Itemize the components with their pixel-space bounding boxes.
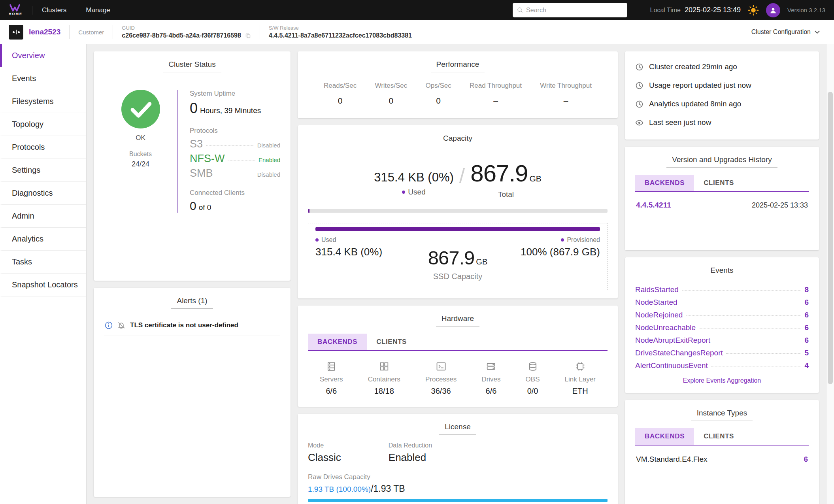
event-name-link[interactable]: DriveStateChangesReport: [635, 349, 723, 357]
sidebar-item-settings[interactable]: Settings: [0, 159, 86, 182]
event-name-link[interactable]: NodeRejoined: [635, 311, 683, 319]
versions-title: Version and Upgrades History: [666, 155, 777, 168]
topbar: HOME Clusters Manage Local Time 2025-02-…: [0, 0, 834, 20]
metric-reads-sec: Reads/Sec 0: [324, 82, 357, 106]
dotted-leader: [686, 315, 801, 316]
tab-backends[interactable]: BACKENDS: [635, 428, 694, 445]
version-number-link[interactable]: 4.4.5.4211: [636, 201, 671, 210]
event-name-link[interactable]: NodeAbruptExitReport: [635, 336, 710, 345]
event-row: NodeAbruptExitReport 6: [635, 336, 809, 345]
cluster-configuration-button[interactable]: Cluster Configuration: [746, 25, 825, 40]
sidebar-item-analytics[interactable]: Analytics: [0, 228, 86, 251]
alerts-title: Alerts (1): [171, 296, 213, 309]
instance-types-card: Instance Types BACKENDS CLIENTS VM.Stand…: [625, 400, 819, 504]
capacity-used-value: 315.4 KB (0%): [374, 170, 454, 185]
scrollbar-thumb[interactable]: [828, 92, 833, 384]
left-column: Cluster Status OK Buckets 24/24 System U…: [94, 51, 291, 497]
events-card: Events RaidsStarted 8 NodeStarted 6 Node…: [625, 257, 819, 393]
sidebar-item-filesystems[interactable]: Filesystems: [0, 90, 86, 113]
event-row: NodeRejoined 6: [635, 311, 809, 319]
home-logo[interactable]: HOME: [9, 4, 23, 16]
dotted-leader: [216, 175, 254, 175]
middle-column: Performance Reads/Sec 0 Writes/Sec 0 Ops…: [298, 51, 618, 497]
chevron-down-icon: [815, 30, 820, 34]
logo-dot: [18, 31, 20, 33]
capacity-used-label: Used: [408, 188, 425, 196]
tab-backends[interactable]: BACKENDS: [308, 334, 367, 350]
alert-text: TLS certificate is not user-defined: [130, 321, 238, 329]
hw-value: 0/0: [526, 387, 540, 396]
guid-value: c26ce987-8b75-4bd5-a24a-f36f78716598: [122, 32, 241, 39]
hw-value: 36/36: [425, 387, 457, 396]
data-reduction-value: Enabled: [389, 451, 432, 464]
cluster-name[interactable]: lena2523: [29, 28, 60, 36]
alert-row[interactable]: TLS certificate is not user-defined: [104, 316, 280, 336]
nav-manage[interactable]: Manage: [83, 6, 112, 14]
sidebar-item-diagnostics[interactable]: Diagnostics: [0, 182, 86, 205]
metric-write-throughput: Write Throughput –: [540, 82, 592, 106]
event-name-link[interactable]: NodeUnreachable: [635, 323, 696, 332]
customer-label: Customer: [78, 29, 104, 36]
ssd-provisioned-bar: [315, 227, 600, 231]
protocol-status: Enabled: [259, 157, 280, 163]
nav-clusters[interactable]: Clusters: [40, 6, 69, 14]
mute-icon[interactable]: [117, 321, 125, 329]
tab-clients[interactable]: CLIENTS: [367, 334, 416, 350]
sidebar-item-overview[interactable]: Overview: [0, 44, 86, 67]
copy-guid-icon[interactable]: [245, 33, 251, 39]
tab-clients[interactable]: CLIENTS: [694, 175, 743, 191]
main-content: Cluster Status OK Buckets 24/24 System U…: [87, 44, 826, 504]
sidebar-item-tasks[interactable]: Tasks: [0, 251, 86, 274]
theme-toggle-sun-icon[interactable]: [748, 5, 759, 16]
dotted-leader: [711, 460, 801, 460]
uptime-label: System Uptime: [190, 90, 280, 98]
metric-label: Read Throughput: [470, 82, 522, 90]
activity-text: Last seen just now: [649, 118, 711, 127]
drives-icon: [485, 361, 496, 372]
metric-value: 0: [324, 96, 357, 106]
sidebar-item-admin[interactable]: Admin: [0, 205, 86, 228]
hw-label: OBS: [526, 376, 540, 383]
dotted-leader: [682, 290, 802, 291]
user-avatar[interactable]: [766, 3, 780, 17]
sidebar-item-events[interactable]: Events: [0, 67, 86, 90]
metric-value: 0: [426, 96, 451, 106]
explore-events-aggregation-link[interactable]: Explore Events Aggregation: [635, 377, 809, 384]
sidebar-item-protocols[interactable]: Protocols: [0, 136, 86, 159]
hw-processes: Processes 36/36: [425, 360, 457, 396]
activity-row: Last seen just now: [635, 118, 809, 127]
license-title: License: [439, 423, 476, 435]
scrollbar[interactable]: [826, 44, 834, 504]
ssd-used-dot: [315, 238, 319, 242]
hardware-title: Hardware: [436, 314, 479, 327]
license-card: License Mode Classic Data Reduction Enab…: [298, 414, 618, 504]
search-box[interactable]: [513, 3, 627, 17]
sidebar-item-topology[interactable]: Topology: [0, 113, 86, 136]
sw-release-block: S/W Release 4.4.5.4211-8a7a8e6711232acfc…: [269, 25, 412, 39]
event-name-link[interactable]: AlertContinuousEvent: [635, 361, 708, 370]
event-name-link[interactable]: RaidsStarted: [635, 285, 679, 294]
event-count: 4: [804, 361, 809, 370]
protocol-row-s3: S3 Disabled: [190, 138, 280, 150]
protocols-label: Protocols: [190, 127, 280, 135]
protocol-name: NFS-W: [190, 153, 225, 165]
tab-clients[interactable]: CLIENTS: [694, 428, 743, 445]
metric-label: Writes/Sec: [375, 82, 407, 90]
sidebar-item-snapshot-locators[interactable]: Snapshot Locators: [0, 274, 86, 296]
event-name-link[interactable]: NodeStarted: [635, 298, 677, 307]
search-input[interactable]: [526, 7, 623, 14]
tab-backends[interactable]: BACKENDS: [635, 175, 694, 191]
event-row: DriveStateChangesReport 5: [635, 349, 809, 357]
metric-value: –: [470, 96, 522, 106]
raw-capacity-used-link[interactable]: 1.93 TB (100.00%): [308, 485, 371, 494]
activity-card: Cluster created 29min ago Usage report u…: [625, 51, 819, 140]
event-count: 5: [804, 349, 809, 357]
connected-clients-label: Connected Clients: [190, 189, 280, 197]
cluster-logo: [9, 25, 23, 40]
raw-capacity-label: Raw Drives Capacity: [308, 473, 608, 481]
clock-icon: [635, 81, 643, 90]
instance-type-row: VM.Standard.E4.Flex 6: [635, 445, 809, 464]
dotted-leader: [713, 341, 801, 341]
instance-types-title: Instance Types: [691, 409, 753, 421]
cluster-header: lena2523 Customer GUID c26ce987-8b75-4bd…: [0, 20, 834, 44]
